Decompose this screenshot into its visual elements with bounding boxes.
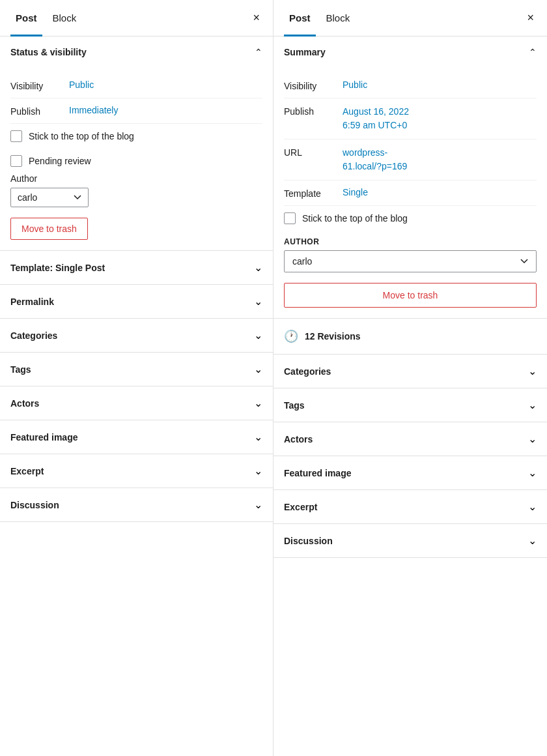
left-close-button[interactable]: × — [250, 8, 262, 27]
right-discussion-chevron-icon: ⌄ — [528, 534, 537, 547]
right-url-line2: 61.local/?p=169 — [343, 161, 407, 171]
left-actors-chevron-icon: ⌄ — [254, 397, 262, 409]
left-categories-chevron-icon: ⌄ — [254, 329, 262, 342]
left-excerpt-section[interactable]: Excerpt ⌄ — [0, 454, 273, 488]
right-actors-chevron-icon: ⌄ — [528, 433, 537, 445]
left-status-visibility-content: Visibility Public Publish Immediately St… — [0, 68, 273, 250]
left-pending-row: Pending review — [10, 149, 262, 173]
right-publish-time: 6:59 am UTC+0 — [343, 120, 407, 130]
left-featured-image-title: Featured image — [10, 432, 77, 443]
left-template-title: Template: Single Post — [10, 263, 105, 273]
left-permalink-section[interactable]: Permalink ⌄ — [0, 285, 273, 319]
right-excerpt-section[interactable]: Excerpt ⌄ — [274, 490, 547, 524]
left-visibility-value[interactable]: Public — [69, 80, 94, 90]
right-revisions-row[interactable]: 🕐 12 Revisions — [274, 319, 547, 355]
left-status-visibility-title: Status & visibility — [10, 47, 87, 57]
left-permalink-chevron-icon: ⌄ — [254, 295, 262, 308]
left-move-to-trash-button[interactable]: Move to trash — [10, 218, 88, 240]
left-visibility-row: Visibility Public — [10, 73, 262, 98]
left-excerpt-title: Excerpt — [10, 466, 44, 476]
right-tags-title: Tags — [284, 400, 305, 411]
right-panel: Post Block × Summary ⌃ Visibility Public… — [274, 0, 547, 756]
right-tab-bar: Post Block × — [274, 0, 547, 36]
left-pending-label: Pending review — [29, 156, 91, 166]
left-discussion-title: Discussion — [10, 500, 59, 510]
left-visibility-label: Visibility — [10, 80, 69, 91]
left-tab-bar: Post Block × — [0, 0, 273, 36]
left-categories-section[interactable]: Categories ⌄ — [0, 319, 273, 353]
right-categories-section[interactable]: Categories ⌄ — [274, 355, 547, 388]
right-stick-row: Stick to the top of the blog — [284, 206, 537, 231]
left-discussion-section[interactable]: Discussion ⌄ — [0, 488, 273, 522]
right-publish-date: August 16, 2022 — [343, 106, 409, 117]
left-featured-image-section[interactable]: Featured image ⌄ — [0, 420, 273, 454]
left-publish-value[interactable]: Immediately — [69, 105, 118, 115]
left-stick-checkbox[interactable] — [10, 130, 22, 142]
left-tags-section[interactable]: Tags ⌄ — [0, 353, 273, 386]
right-template-value[interactable]: Single — [343, 187, 368, 197]
left-panel: Post Block × Status & visibility ⌃ Visib… — [0, 0, 274, 756]
right-visibility-row: Visibility Public — [284, 73, 537, 98]
left-actors-title: Actors — [10, 398, 39, 409]
right-featured-image-title: Featured image — [284, 468, 351, 478]
left-publish-label: Publish — [10, 105, 69, 117]
right-featured-image-chevron-icon: ⌄ — [528, 467, 537, 479]
left-featured-image-chevron-icon: ⌄ — [254, 431, 262, 443]
left-author-select[interactable]: carlo — [10, 188, 89, 207]
right-url-label: URL — [284, 146, 343, 158]
left-publish-row: Publish Immediately — [10, 98, 262, 124]
left-actors-section[interactable]: Actors ⌄ — [0, 386, 273, 420]
right-publish-label: Publish — [284, 105, 343, 117]
right-template-label: Template — [284, 187, 343, 199]
left-author-label: Author — [10, 173, 262, 184]
right-categories-title: Categories — [284, 366, 331, 377]
left-status-visibility-chevron-up-icon: ⌃ — [255, 47, 262, 57]
right-tags-chevron-icon: ⌄ — [528, 399, 537, 411]
left-tags-title: Tags — [10, 364, 31, 375]
left-pending-checkbox[interactable] — [10, 155, 22, 167]
left-stick-row: Stick to the top of the blog — [10, 124, 262, 149]
left-status-visibility-header[interactable]: Status & visibility ⌃ — [0, 36, 273, 68]
right-actors-title: Actors — [284, 434, 313, 444]
right-revisions-label: 12 Revisions — [305, 331, 361, 342]
right-tags-section[interactable]: Tags ⌄ — [274, 388, 547, 422]
right-author-select[interactable]: carlo — [284, 250, 537, 272]
right-tab-block[interactable]: Block — [321, 0, 356, 36]
left-tab-block[interactable]: Block — [48, 0, 82, 36]
right-close-button[interactable]: × — [524, 8, 537, 27]
right-featured-image-section[interactable]: Featured image ⌄ — [274, 456, 547, 490]
left-tab-post[interactable]: Post — [10, 0, 42, 36]
right-summary-chevron-up-icon: ⌃ — [529, 47, 537, 57]
left-template-section[interactable]: Template: Single Post ⌄ — [0, 251, 273, 285]
left-tags-chevron-icon: ⌄ — [254, 363, 262, 375]
right-publish-value[interactable]: August 16, 2022 6:59 am UTC+0 — [343, 105, 409, 132]
right-summary-title: Summary — [284, 47, 326, 57]
right-stick-checkbox[interactable] — [284, 212, 296, 224]
right-stick-label: Stick to the top of the blog — [302, 213, 408, 224]
right-url-value[interactable]: wordpress- 61.local/?p=169 — [343, 146, 407, 173]
left-status-visibility-section: Status & visibility ⌃ Visibility Public … — [0, 36, 273, 251]
left-author-section: Author carlo — [10, 173, 262, 207]
right-summary-header[interactable]: Summary ⌃ — [274, 36, 547, 68]
right-summary-content: Visibility Public Publish August 16, 202… — [274, 68, 547, 318]
right-template-row: Template Single — [284, 181, 537, 206]
right-visibility-value[interactable]: Public — [343, 80, 367, 90]
left-template-chevron-icon: ⌄ — [254, 261, 262, 274]
right-publish-row: Publish August 16, 2022 6:59 am UTC+0 — [284, 98, 537, 139]
right-excerpt-title: Excerpt — [284, 502, 317, 512]
left-excerpt-chevron-icon: ⌄ — [254, 465, 262, 477]
left-categories-title: Categories — [10, 330, 57, 341]
right-categories-chevron-icon: ⌄ — [528, 365, 537, 377]
right-visibility-label: Visibility — [284, 80, 343, 91]
revisions-clock-icon: 🕐 — [284, 329, 298, 343]
right-url-line1: wordpress- — [343, 147, 387, 158]
right-excerpt-chevron-icon: ⌄ — [528, 501, 537, 513]
left-permalink-title: Permalink — [10, 297, 54, 307]
right-move-to-trash-button[interactable]: Move to trash — [284, 283, 537, 308]
right-discussion-section[interactable]: Discussion ⌄ — [274, 524, 547, 558]
left-stick-label: Stick to the top of the blog — [29, 131, 134, 141]
right-discussion-title: Discussion — [284, 536, 333, 546]
right-tab-post[interactable]: Post — [284, 0, 316, 36]
right-actors-section[interactable]: Actors ⌄ — [274, 422, 547, 456]
left-discussion-chevron-icon: ⌄ — [254, 499, 262, 511]
